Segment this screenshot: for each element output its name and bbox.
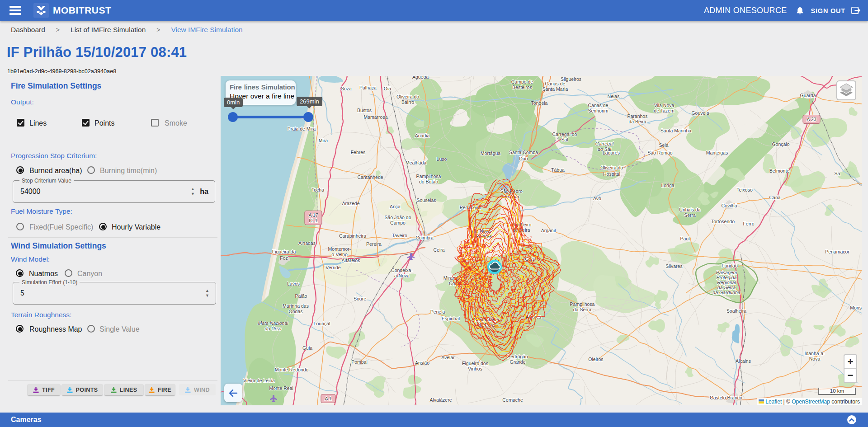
- svg-text:Nova: Nova: [809, 356, 821, 361]
- svg-text:Mata Nacional: Mata Nacional: [258, 320, 288, 326]
- svg-text:Ferro: Ferro: [743, 221, 754, 226]
- svg-text:Senhorim: Senhorim: [588, 108, 609, 113]
- svg-text:Alvaiázere: Alvaiázere: [429, 397, 452, 403]
- svg-text:Foz: Foz: [280, 255, 288, 261]
- svg-text:Águeda: Águeda: [412, 76, 429, 80]
- svg-text:São Romão: São Romão: [647, 150, 673, 155]
- svg-text:Penamacor: Penamacor: [825, 249, 849, 254]
- svg-text:Ançã: Ançã: [390, 204, 401, 209]
- svg-text:Luso: Luso: [437, 156, 447, 162]
- svg-text:Febres: Febres: [351, 150, 366, 155]
- svg-text:A 17: A 17: [308, 212, 318, 218]
- svg-text:Tábua: Tábua: [551, 167, 565, 173]
- svg-text:Cernache: Cernache: [502, 397, 523, 403]
- svg-text:Covilhã: Covilhã: [721, 203, 737, 208]
- svg-text:de Tazem: de Tazem: [654, 108, 675, 113]
- svg-text:Avô: Avô: [593, 196, 601, 201]
- svg-text:Santa Maria: Santa Maria: [542, 86, 568, 92]
- svg-text:Soure: Soure: [354, 296, 366, 301]
- svg-text:Serra: Serra: [684, 212, 696, 218]
- svg-text:Canas de: Canas de: [545, 81, 566, 86]
- svg-text:do Sal: do Sal: [598, 146, 611, 152]
- svg-text:Oiã: Oiã: [384, 86, 392, 91]
- svg-text:da Serra: da Serra: [573, 307, 591, 312]
- svg-text:Ondas: Ondas: [289, 309, 303, 314]
- svg-text:Santa Comba: Santa Comba: [509, 150, 538, 155]
- svg-text:Mira: Mira: [319, 138, 328, 143]
- svg-text:Paranhos: Paranhos: [627, 113, 648, 119]
- svg-text:Arazede: Arazede: [342, 201, 359, 206]
- svg-text:Verride: Verride: [326, 265, 340, 270]
- svg-text:Vinhos: Vinhos: [468, 366, 482, 371]
- svg-text:Gouveia: Gouveia: [691, 110, 709, 116]
- svg-text:A 23: A 23: [807, 117, 816, 122]
- svg-text:Palhaça: Palhaça: [359, 85, 377, 90]
- svg-text:Nelas: Nelas: [608, 94, 620, 99]
- svg-text:Tocha: Tocha: [311, 187, 324, 192]
- svg-text:Paul: Paul: [680, 236, 689, 241]
- svg-text:Louriçal: Louriçal: [314, 321, 330, 326]
- svg-text:do Urso: do Urso: [265, 326, 282, 331]
- svg-text:Bairro: Bairro: [401, 99, 414, 105]
- svg-text:Condeixa-: Condeixa-: [391, 267, 413, 273]
- svg-text:o-Velho: o-Velho: [331, 252, 348, 257]
- svg-text:Campo de: Campo de: [511, 79, 533, 84]
- svg-text:Monte Redondo: Monte Redondo: [275, 367, 309, 372]
- svg-text:Tondela: Tondela: [531, 100, 548, 106]
- svg-text:Penela: Penela: [430, 309, 445, 314]
- svg-text:Caria: Caria: [769, 195, 780, 200]
- svg-text:Coimbra: Coimbra: [415, 235, 434, 240]
- svg-text:Belmonte: Belmonte: [769, 168, 790, 174]
- svg-text:IC 1: IC 1: [309, 218, 317, 223]
- svg-text:Guarda: Guarda: [800, 93, 816, 98]
- svg-text:Souselas: Souselas: [416, 197, 436, 203]
- svg-text:Idanha-a-: Idanha-a-: [805, 351, 825, 356]
- svg-text:Vila Nova: Vila Nova: [654, 103, 675, 108]
- svg-text:Mamarrosa: Mamarrosa: [363, 114, 387, 120]
- svg-text:Carregal: Carregal: [595, 141, 614, 146]
- svg-text:Silvares: Silvares: [665, 263, 682, 269]
- svg-text:Avelar: Avelar: [441, 355, 455, 360]
- svg-text:Carapinheira: Carapinheira: [339, 233, 366, 239]
- svg-text:Espinhal: Espinhal: [442, 316, 460, 321]
- svg-text:do Botão: do Botão: [419, 179, 438, 184]
- svg-text:Taveiro: Taveiro: [392, 233, 407, 238]
- svg-text:Dão: Dão: [519, 156, 528, 161]
- svg-text:da Gardunha: da Gardunha: [712, 290, 740, 295]
- svg-text:Alfarelos: Alfarelos: [342, 258, 360, 263]
- svg-text:Loriga: Loriga: [661, 183, 674, 188]
- svg-text:Sal: Sal: [561, 137, 568, 142]
- svg-text:Seia: Seia: [659, 142, 668, 148]
- svg-text:Besteiros: Besteiros: [512, 84, 532, 90]
- svg-text:Santa Marinha: Santa Marinha: [660, 128, 691, 133]
- svg-text:Soalheira: Soalheira: [726, 308, 747, 314]
- svg-text:Lavos: Lavos: [287, 281, 300, 286]
- svg-text:Monte Real: Monte Real: [269, 385, 293, 391]
- svg-text:Castelo Branco: Castelo Branco: [710, 395, 742, 400]
- svg-text:Pampilhosa: Pampilhosa: [570, 301, 595, 307]
- svg-text:Guia: Guia: [302, 345, 312, 351]
- svg-text:Unhais da: Unhais da: [679, 207, 700, 212]
- svg-text:Anadia: Anadia: [415, 133, 430, 138]
- svg-text:Montemor-: Montemor-: [328, 246, 351, 252]
- svg-text:Alcains: Alcains: [736, 358, 751, 364]
- svg-text:da Beira: da Beira: [628, 119, 646, 124]
- svg-text:Ceira: Ceira: [433, 247, 444, 253]
- svg-text:Carregal do: Carregal do: [552, 131, 577, 137]
- svg-text:Oliveira do: Oliveira do: [600, 165, 623, 170]
- svg-text:Figueira da: Figueira da: [272, 249, 296, 254]
- svg-text:São João do: São João do: [385, 215, 411, 220]
- svg-text:A 1: A 1: [325, 396, 331, 401]
- svg-text:Oliveira do: Oliveira do: [396, 94, 419, 99]
- svg-text:Mortágua: Mortágua: [481, 150, 501, 156]
- svg-text:Pombal: Pombal: [351, 359, 368, 365]
- svg-text:Canas de: Canas de: [588, 103, 609, 108]
- svg-text:Pereira: Pereira: [366, 241, 382, 247]
- svg-text:Gonçalo: Gonçalo: [772, 141, 789, 147]
- svg-text:Mealhada: Mealhada: [406, 160, 426, 165]
- svg-text:Campo: Campo: [390, 220, 406, 225]
- svg-text:Monsa: Monsa: [850, 305, 862, 310]
- svg-text:Paião: Paião: [295, 293, 307, 299]
- svg-text:Vieira de Leiria: Vieira de Leiria: [243, 378, 275, 383]
- svg-text:Grande: Grande: [509, 359, 525, 365]
